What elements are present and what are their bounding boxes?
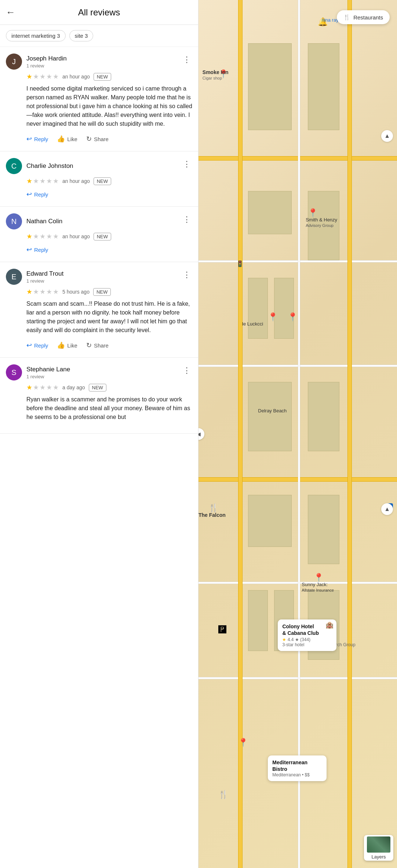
- review-time: an hour ago: [62, 233, 90, 239]
- reviews-panel: ← All reviews internet marketing 3 site …: [0, 0, 198, 868]
- page-header: ← All reviews: [0, 0, 198, 25]
- place-card-colony[interactable]: Colony Hotel& Cabana Club ★ 4.4 ★ (344) …: [278, 619, 336, 651]
- place-card-stars: ★: [282, 637, 286, 642]
- star-rating: ★ ★ ★ ★ ★: [26, 177, 59, 185]
- map-pin-parking[interactable]: 🅿: [218, 625, 226, 635]
- like-icon: 👍: [57, 135, 65, 143]
- more-options-button[interactable]: ⋮: [181, 158, 192, 170]
- star-1: ★: [26, 383, 32, 391]
- reply-button[interactable]: ↩ Reply: [26, 189, 48, 200]
- building-7: [248, 590, 268, 651]
- map-nav-right-arrow[interactable]: ▲: [381, 503, 393, 515]
- reply-icon: ↩: [26, 341, 32, 349]
- review-card-nathan-colin: N Nathan Colin ⋮ ★ ★ ★ ★ ★ an hour ago N…: [0, 207, 198, 262]
- more-options-button[interactable]: ⋮: [181, 269, 192, 281]
- reviewer-name: Nathan Colin: [26, 218, 62, 225]
- restaurants-filter-button[interactable]: 🍴 Restaurants: [337, 10, 390, 24]
- share-button[interactable]: ↻ Share: [86, 133, 109, 144]
- like-label: Like: [67, 342, 77, 349]
- share-label: Share: [94, 342, 109, 349]
- label-smith: Smith & HenzyAdvisory Group: [306, 217, 337, 228]
- avatar-charlie: C: [6, 158, 22, 174]
- more-options-button[interactable]: ⋮: [181, 54, 192, 66]
- new-badge: NEW: [93, 288, 111, 296]
- review-text: Scam scam and scam...!! Please do not tr…: [26, 299, 192, 335]
- like-button[interactable]: 👍 Like: [57, 340, 77, 351]
- reviewer-name: Stephanie Lane: [26, 366, 70, 373]
- like-button[interactable]: 👍 Like: [57, 133, 77, 144]
- map-pin-mediterranean[interactable]: 🍴: [218, 790, 228, 799]
- building-6: [248, 495, 292, 547]
- star-3: ★: [40, 177, 45, 185]
- place-card-rating: ★ 4.4 ★ (344): [282, 637, 332, 642]
- review-time: 5 hours ago: [62, 289, 90, 295]
- road-vertical-3: [347, 0, 352, 868]
- avatar-edward: E: [6, 269, 22, 285]
- map-pin-smith[interactable]: 📍: [308, 208, 318, 218]
- star-4: ★: [46, 288, 52, 296]
- reviewer-details: Edward Trout 1 review: [26, 270, 63, 284]
- map-pin-colony[interactable]: 📍: [238, 738, 248, 747]
- reply-button[interactable]: ↩ Reply: [26, 133, 48, 144]
- map-pin-sunny[interactable]: 📍: [314, 573, 324, 582]
- star-4: ★: [46, 383, 52, 391]
- star-2: ★: [33, 73, 39, 81]
- reviewer-details: Nathan Colin: [26, 218, 62, 225]
- review-text: I needed some digital marketing serviced…: [26, 84, 192, 128]
- reviewer-info: J Joseph Hardin 1 review: [6, 54, 67, 70]
- rating-row: ★ ★ ★ ★ ★ an hour ago NEW: [26, 73, 192, 81]
- review-card-stephanie-lane: S Stephanie Lane 1 review ⋮ ★ ★ ★ ★ ★ a …: [0, 358, 198, 434]
- map-background[interactable]: ◀ 🔔 📍 📍 📍 📍 🍴 📍 🅿 📍: [198, 0, 397, 868]
- reviewer-row: E Edward Trout 1 review ⋮: [6, 269, 192, 285]
- star-3: ★: [40, 288, 45, 296]
- action-row: ↩ Reply: [26, 244, 192, 255]
- star-4: ★: [46, 73, 52, 81]
- building-2: [248, 191, 292, 234]
- review-time: an hour ago: [62, 74, 90, 80]
- layers-button[interactable]: Layers: [364, 835, 393, 861]
- layers-label: Layers: [371, 854, 386, 860]
- label-sunny: Sunny Jack:Allstate Insurance: [302, 582, 334, 593]
- tags-row: internet marketing 3 site 3: [0, 25, 198, 47]
- share-button[interactable]: ↻ Share: [86, 340, 109, 351]
- star-1: ★: [26, 177, 32, 185]
- review-card-edward-trout: E Edward Trout 1 review ⋮ ★ ★ ★ ★ ★ 5 ho…: [0, 262, 198, 358]
- reply-button[interactable]: ↩ Reply: [26, 244, 48, 255]
- label-smoke: Smoke InnCigar shop: [203, 69, 229, 81]
- road-vertical-2: [298, 0, 300, 868]
- avatar-nathan: N: [6, 213, 22, 229]
- reply-button[interactable]: ↩ Reply: [26, 340, 48, 351]
- tag-chip-site[interactable]: site 3: [69, 30, 94, 41]
- review-card-joseph-hardin: J Joseph Hardin 1 review ⋮ ★ ★ ★ ★ ★ an …: [0, 47, 198, 151]
- collapse-panel-button[interactable]: ◀: [198, 428, 204, 440]
- place-card-mediterranean[interactable]: MediterraneanBistro Mediterranean • $$: [268, 755, 327, 781]
- back-button[interactable]: ←: [6, 7, 15, 18]
- reviewer-meta: 1 review: [26, 374, 70, 379]
- more-options-button[interactable]: ⋮: [181, 364, 192, 377]
- hotel-icon: 🏨: [325, 621, 334, 629]
- reply-icon: ↩: [26, 246, 32, 254]
- map-pin-luckcci2[interactable]: 📍: [288, 312, 298, 322]
- reviewer-name: Charlie Johnston: [26, 162, 73, 170]
- new-badge: NEW: [94, 73, 111, 81]
- label-falcon: The Falcon: [198, 512, 226, 518]
- reviewer-details: Joseph Hardin 1 review: [26, 55, 67, 69]
- rating-row: ★ ★ ★ ★ ★ an hour ago NEW: [26, 177, 192, 185]
- like-icon: 👍: [57, 341, 65, 349]
- building-9: [308, 43, 340, 130]
- star-4: ★: [46, 232, 52, 240]
- star-rating: ★ ★ ★ ★ ★: [26, 383, 59, 391]
- map-nav-up-arrow[interactable]: ▲: [381, 130, 393, 142]
- more-options-button[interactable]: ⋮: [181, 213, 192, 226]
- new-badge: NEW: [94, 177, 111, 185]
- star-1: ★: [26, 288, 32, 296]
- tag-chip-internet-marketing[interactable]: internet marketing 3: [6, 30, 66, 41]
- map-pin-falcon[interactable]: 🍴: [208, 503, 218, 513]
- star-2: ★: [33, 232, 39, 240]
- restaurants-icon: 🍴: [343, 14, 350, 21]
- reviewer-row: C Charlie Johnston ⋮: [6, 158, 192, 174]
- map-pin-luckcci[interactable]: 📍: [268, 312, 278, 322]
- share-label: Share: [94, 136, 109, 142]
- page-title: All reviews: [21, 7, 177, 18]
- building-1: [248, 43, 292, 130]
